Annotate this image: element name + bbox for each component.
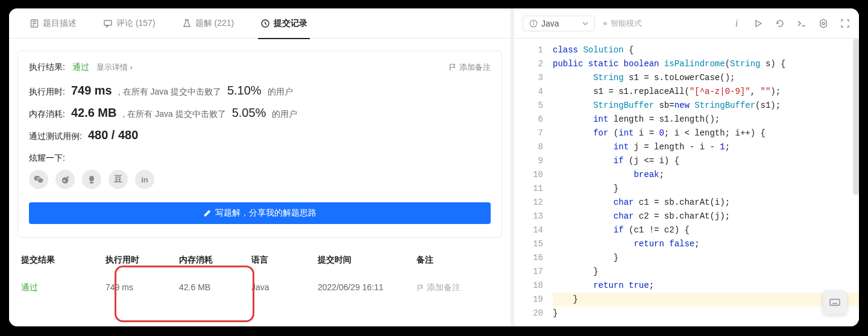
code-line[interactable]: StringBuffer sb=new StringBuffer(s1); bbox=[553, 99, 859, 113]
svg-point-7 bbox=[62, 177, 69, 184]
td-lang: Java bbox=[251, 282, 318, 293]
history-table: 提交结果 执行用时 内存消耗 语言 提交时间 备注 通过 749 ms 42.6… bbox=[17, 246, 502, 302]
svg-point-16 bbox=[822, 22, 825, 25]
add-note-text: 添加备注 bbox=[459, 62, 491, 73]
write-solution-button[interactable]: 写题解，分享我的解题思路 bbox=[29, 202, 491, 224]
memory-pct: 5.05% bbox=[232, 106, 266, 120]
table-row[interactable]: 通过 749 ms 42.6 MB Java 2022/06/29 16:11 … bbox=[17, 274, 502, 302]
right-pane: Java 智能模式 i 1234567891011121314151617181… bbox=[514, 8, 859, 326]
th-time: 提交时间 bbox=[318, 255, 417, 266]
pencil-icon bbox=[203, 209, 212, 217]
language-select[interactable]: Java bbox=[523, 16, 595, 31]
tab-submissions[interactable]: 提交记录 bbox=[247, 8, 321, 39]
code-line[interactable]: public static boolean isPalindrome(Strin… bbox=[553, 57, 859, 71]
svg-point-13 bbox=[533, 21, 533, 22]
tab-label: 题目描述 bbox=[43, 18, 77, 29]
settings-icon[interactable] bbox=[818, 18, 829, 29]
code-line[interactable]: } bbox=[553, 306, 859, 320]
douban-icon[interactable]: 豆 bbox=[108, 170, 128, 189]
scrollbar[interactable] bbox=[853, 39, 859, 195]
runtime-text1: , 在所有 Java 提交中击败了 bbox=[118, 87, 221, 98]
svg-point-9 bbox=[89, 176, 94, 181]
code-line[interactable]: } bbox=[553, 265, 859, 279]
td-memory: 42.6 MB bbox=[179, 282, 251, 293]
add-note-link[interactable]: 添加备注 bbox=[448, 62, 491, 73]
code-line[interactable]: int length = s1.length(); bbox=[553, 113, 859, 126]
qq-icon[interactable] bbox=[82, 170, 101, 189]
weibo-icon[interactable] bbox=[55, 170, 75, 189]
code-line[interactable]: for (int i = 0; i < length; i++) { bbox=[553, 126, 859, 140]
th-result: 提交结果 bbox=[21, 255, 105, 266]
keyboard-shortcut-button[interactable] bbox=[823, 290, 847, 314]
memory-label: 内存消耗: bbox=[29, 109, 65, 120]
code-line[interactable]: s1 = s1.replaceAll("[^a-z|0-9]", ""); bbox=[553, 85, 859, 99]
mode-label: 智能模式 bbox=[611, 18, 642, 29]
result-header: 执行结果: 通过 显示详情 › 添加备注 bbox=[29, 62, 491, 73]
write-btn-label: 写题解，分享我的解题思路 bbox=[215, 208, 316, 219]
brag-label: 炫耀一下: bbox=[29, 153, 491, 164]
linkedin-icon[interactable]: in bbox=[135, 170, 154, 189]
runtime-stat: 执行用时: 749 ms , 在所有 Java 提交中击败了 5.10% 的用户 bbox=[29, 84, 491, 98]
reset-icon[interactable] bbox=[775, 18, 785, 29]
toolbar-icons: i bbox=[731, 18, 851, 29]
testcase-label: 通过测试用例: bbox=[29, 131, 82, 142]
tab-label: 提交记录 bbox=[274, 18, 307, 29]
code-line[interactable]: char c2 = sb.charAt(j); bbox=[553, 210, 859, 223]
fullscreen-icon[interactable] bbox=[840, 18, 851, 29]
tab-label: 题解 (221) bbox=[195, 18, 234, 29]
table-header: 提交结果 执行用时 内存消耗 语言 提交时间 备注 bbox=[17, 246, 502, 274]
code-line[interactable]: return true; bbox=[553, 279, 859, 293]
tab-description[interactable]: 题目描述 bbox=[16, 8, 90, 39]
runtime-text2: 的用户 bbox=[268, 87, 293, 98]
code-line[interactable]: } bbox=[553, 182, 859, 196]
tab-solutions[interactable]: 题解 (221) bbox=[169, 8, 248, 39]
result-label: 执行结果: bbox=[29, 62, 65, 73]
code-line[interactable]: int j = length - i - 1; bbox=[553, 140, 859, 154]
code-line[interactable]: class Solution { bbox=[553, 43, 859, 57]
memory-value: 42.6 MB bbox=[71, 106, 117, 120]
th-runtime: 执行用时 bbox=[105, 255, 179, 266]
wechat-icon[interactable] bbox=[29, 170, 48, 189]
code-editor[interactable]: 1234567891011121314151617181920 class So… bbox=[514, 39, 859, 326]
comment-icon bbox=[103, 19, 113, 28]
terminal-icon[interactable] bbox=[796, 18, 807, 29]
mode-indicator[interactable]: 智能模式 bbox=[603, 18, 642, 29]
run-icon[interactable] bbox=[753, 18, 764, 29]
code-line[interactable]: if (j <= i) { bbox=[553, 154, 859, 168]
language-label: Java bbox=[541, 19, 559, 28]
code-line[interactable]: } bbox=[553, 251, 859, 265]
code-line[interactable]: String s1 = s.toLowerCase(); bbox=[553, 71, 859, 85]
doc-icon bbox=[30, 19, 39, 28]
svg-rect-4 bbox=[104, 20, 112, 25]
code-line[interactable]: return false; bbox=[553, 237, 859, 251]
app-window: 题目描述 评论 (157) 题解 (221) 提交记录 执行结果: 通过 显示详… bbox=[9, 8, 859, 326]
td-note[interactable]: 添加备注 bbox=[417, 282, 477, 293]
line-gutter: 1234567891011121314151617181920 bbox=[514, 39, 553, 326]
code-line[interactable]: char c1 = sb.charAt(i); bbox=[553, 196, 859, 210]
td-time: 2022/06/29 16:11 bbox=[318, 282, 417, 293]
testcase-stat: 通过测试用例: 480 / 480 bbox=[29, 128, 491, 142]
svg-point-10 bbox=[90, 182, 94, 184]
tab-label: 评论 (157) bbox=[116, 18, 156, 29]
code-content[interactable]: class Solution {public static boolean is… bbox=[553, 39, 859, 326]
result-card: 执行结果: 通过 显示详情 › 添加备注 执行用时: 749 ms , 在所有 … bbox=[17, 51, 502, 238]
runtime-pct: 5.10% bbox=[227, 84, 262, 98]
editor-toolbar: Java 智能模式 i bbox=[514, 8, 859, 39]
testcase-value: 480 / 480 bbox=[88, 128, 138, 142]
memory-stat: 内存消耗: 42.6 MB , 在所有 Java 提交中击败了 5.05% 的用… bbox=[29, 106, 491, 120]
social-row: 豆 in bbox=[29, 170, 491, 189]
tab-comments[interactable]: 评论 (157) bbox=[90, 8, 169, 39]
flag-icon bbox=[417, 284, 424, 292]
flask-icon bbox=[182, 19, 192, 28]
info-icon[interactable]: i bbox=[731, 18, 742, 29]
detail-link[interactable]: 显示详情 › bbox=[96, 62, 133, 73]
code-line[interactable]: } bbox=[553, 293, 859, 306]
chevron-down-icon bbox=[582, 20, 588, 26]
status-badge: 通过 bbox=[72, 62, 89, 73]
svg-point-8 bbox=[63, 180, 65, 182]
code-line[interactable]: if (c1 != c2) { bbox=[553, 223, 859, 237]
code-line[interactable]: break; bbox=[553, 168, 859, 182]
tab-strip: 题目描述 评论 (157) 题解 (221) 提交记录 bbox=[9, 8, 511, 39]
flag-icon bbox=[448, 63, 457, 72]
keyboard-icon bbox=[829, 296, 841, 308]
